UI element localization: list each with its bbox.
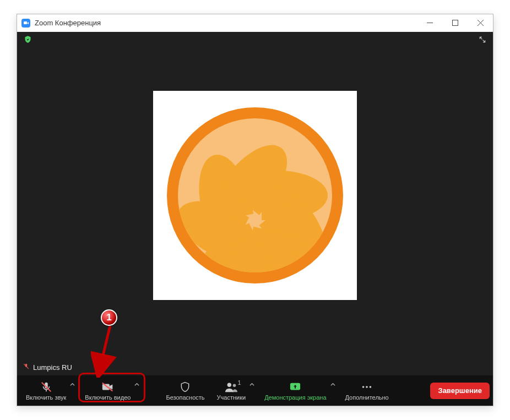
zoom-app-icon <box>21 19 30 28</box>
fullscreen-icon[interactable] <box>479 36 486 45</box>
more-button[interactable]: Дополнительно <box>340 378 394 404</box>
participant-name: Lumpics RU <box>33 363 72 372</box>
participants-button[interactable]: 1 Участники <box>211 378 258 404</box>
svg-point-9 <box>233 384 236 387</box>
participant-name-overlay: Lumpics RU <box>23 363 72 372</box>
start-video-button[interactable]: Включить видео <box>79 378 143 404</box>
avatar-orange-icon <box>167 107 343 283</box>
svg-point-13 <box>370 386 372 388</box>
end-meeting-button[interactable]: Завершение <box>430 383 490 399</box>
meeting-toolbar: Включить звук Включить видео <box>17 375 493 406</box>
microphone-muted-icon <box>40 381 52 393</box>
video-area <box>17 32 493 375</box>
camera-muted-icon <box>101 381 115 393</box>
participants-options-chevron-icon[interactable] <box>249 382 254 387</box>
svg-rect-6 <box>102 384 110 390</box>
audio-options-chevron-icon[interactable] <box>70 382 75 387</box>
share-screen-icon <box>289 381 301 393</box>
annotation-step-badge: 1 <box>101 309 117 326</box>
svg-point-12 <box>366 386 368 388</box>
participants-icon <box>225 381 238 393</box>
mic-muted-icon <box>23 363 30 372</box>
window-title: Zoom Конференция <box>35 19 417 27</box>
more-dots-icon <box>361 381 373 393</box>
more-label: Дополнительно <box>345 394 389 401</box>
participant-avatar-tile <box>153 91 357 300</box>
svg-point-8 <box>227 383 231 386</box>
end-label: Завершение <box>438 386 482 395</box>
share-screen-button[interactable]: Демонстрация экрана <box>259 378 338 404</box>
audio-label: Включить звук <box>26 394 66 401</box>
participants-label: Участники <box>217 394 246 401</box>
close-button[interactable] <box>468 14 493 31</box>
maximize-button[interactable] <box>442 14 468 31</box>
minimize-button[interactable] <box>417 14 442 31</box>
unmute-audio-button[interactable]: Включить звук <box>20 378 78 404</box>
meeting-topbar <box>17 32 493 48</box>
participants-count: 1 <box>238 380 241 386</box>
security-label: Безопасность <box>166 394 204 401</box>
share-options-chevron-icon[interactable] <box>330 382 335 387</box>
share-label: Демонстрация экрана <box>264 394 326 401</box>
titlebar: Zoom Конференция <box>17 14 493 32</box>
video-options-chevron-icon[interactable] <box>134 382 139 387</box>
svg-point-11 <box>362 386 365 388</box>
meeting-content: Lumpics RU Включить звук <box>17 32 493 406</box>
app-window: Zoom Конференция <box>17 14 493 406</box>
annotation-step-number: 1 <box>106 312 111 323</box>
svg-rect-1 <box>452 20 458 26</box>
shield-icon <box>180 381 191 393</box>
window-controls <box>417 14 493 31</box>
video-label: Включить видео <box>85 394 131 401</box>
encryption-shield-icon[interactable] <box>24 35 32 45</box>
security-button[interactable]: Безопасность <box>160 378 210 404</box>
